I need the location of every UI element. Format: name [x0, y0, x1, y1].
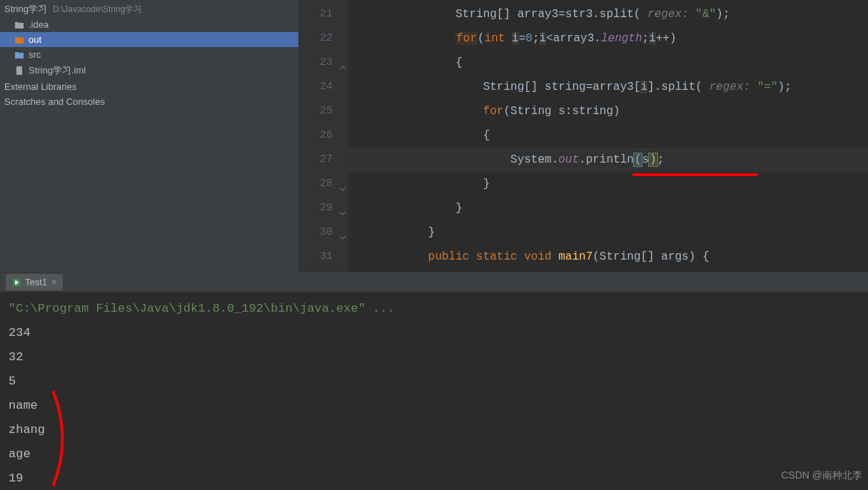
line-number: 23 [298, 51, 348, 75]
line-number: 26 [298, 123, 348, 148]
editor-code[interactable]: String[] array3=str3.split( regex: "&");… [348, 0, 868, 272]
red-underline-annotation [632, 173, 758, 176]
code-line[interactable]: for(String s:string) [348, 99, 868, 123]
line-number: 24 [298, 75, 348, 99]
console-output[interactable]: "C:\Program Files\Java\jdk1.8.0_192\bin\… [0, 292, 868, 490]
external-libraries[interactable]: External Libraries [0, 79, 298, 94]
line-number: 29 [298, 196, 348, 220]
line-number: 21 [298, 2, 348, 26]
tree-item-label: out [29, 34, 41, 45]
console-line: zhang [9, 418, 859, 442]
fold-mark-icon[interactable] [337, 203, 347, 213]
run-tab-label: Test1 [25, 277, 47, 287]
line-number: 30 [298, 220, 348, 245]
line-number: 27 [298, 148, 348, 172]
line-number: 28 [298, 172, 348, 196]
project-name: String学习 [4, 3, 47, 16]
line-number: 22 [298, 26, 348, 51]
line-number: 25 [298, 99, 348, 123]
code-editor[interactable]: 2122232425262728293031 String[] array3=s… [298, 0, 868, 272]
tree-item-out[interactable]: out [0, 32, 298, 47]
console-line: age [9, 442, 859, 466]
close-icon[interactable]: × [51, 277, 57, 287]
editor-gutter: 2122232425262728293031 [298, 0, 348, 272]
console-line: 32 [9, 345, 859, 369]
run-tabs: Test1 × [0, 272, 868, 292]
project-root[interactable]: String学习 D:\Javacode\String学习 [0, 1, 298, 17]
fold-mark-icon[interactable] [337, 179, 347, 189]
fold-mark-icon[interactable] [337, 228, 347, 238]
folder-icon [14, 50, 24, 60]
folder-icon [14, 35, 24, 45]
watermark: CSDN @南种北李 [781, 463, 862, 487]
console-line: name [9, 394, 859, 418]
folder-icon [14, 20, 24, 30]
code-line[interactable]: for(int i=0;i<array3.length;i++) [348, 26, 868, 51]
tree-item-idea[interactable]: .idea [0, 17, 298, 32]
code-line[interactable]: { [348, 51, 868, 75]
code-line[interactable]: } [348, 220, 868, 245]
project-tree[interactable]: String学习 D:\Javacode\String学习 .ideaoutsr… [0, 0, 298, 272]
tree-item-src[interactable]: src [0, 47, 298, 62]
tree-item-label: .idea [29, 19, 49, 30]
run-tool-window[interactable]: Test1 × "C:\Program Files\Java\jdk1.8.0_… [0, 272, 868, 490]
code-line[interactable]: System.out.println(s); [348, 148, 868, 172]
line-number: 31 [298, 245, 348, 269]
project-path: D:\Javacode\String学习 [53, 4, 142, 16]
code-line[interactable]: String[] array3=str3.split( regex: "&"); [348, 2, 868, 26]
fold-mark-icon[interactable] [337, 58, 347, 68]
tree-item-label: String学习.iml [29, 64, 86, 77]
code-line[interactable]: } [348, 196, 868, 220]
console-line: 234 [9, 321, 859, 345]
tree-item-label: src [29, 49, 41, 60]
svg-rect-0 [16, 66, 22, 75]
code-line[interactable]: String[] string=array3[i].split( regex: … [348, 75, 868, 99]
code-line[interactable]: } [348, 172, 868, 196]
code-line[interactable]: { [348, 123, 868, 148]
run-config-icon [11, 277, 21, 287]
console-command: "C:\Program Files\Java\jdk1.8.0_192\bin\… [9, 302, 395, 315]
tree-item-String学习iml[interactable]: String学习.iml [0, 62, 298, 79]
code-line[interactable]: public static void main7(String[] args) … [348, 245, 868, 269]
scratches-and-consoles[interactable]: Scratches and Consoles [0, 94, 298, 109]
console-line: 19 [9, 466, 859, 490]
file-icon [14, 66, 24, 76]
run-tab-test1[interactable]: Test1 × [6, 274, 63, 290]
console-line: 5 [9, 369, 859, 394]
